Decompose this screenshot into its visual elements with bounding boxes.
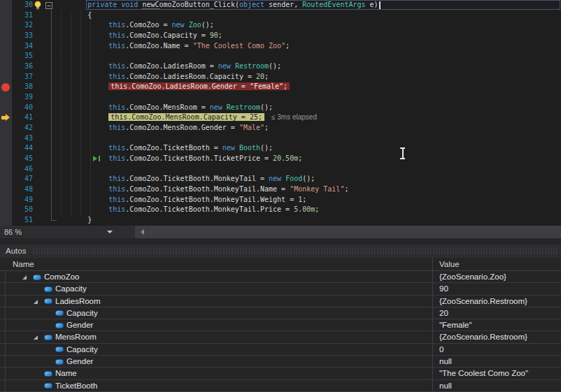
code-line-34[interactable]: 34 this.ComoZoo.Name = "The Coolest Como… — [0, 41, 561, 52]
fold-collapse-box[interactable]: − — [44, 0, 62, 10]
collapse-minus-icon[interactable]: − — [45, 2, 52, 9]
variable-name[interactable]: ComoZoo — [44, 271, 80, 283]
code-text[interactable]: this.ComoZoo.LadiesRoom.Gender = "Female… — [62, 82, 561, 92]
glyph-margin-cell[interactable] — [0, 20, 12, 31]
glyph-margin-cell[interactable] — [0, 123, 12, 133]
breakpoint-icon[interactable] — [0, 82, 12, 92]
code-line-49[interactable]: 49 this.ComoZoo.TicketBooth.MonkeyTail.W… — [0, 195, 561, 205]
autos-row-capacity[interactable]: Capacity0 — [0, 344, 561, 356]
glyph-margin-cell[interactable] — [0, 31, 12, 41]
code-line-35[interactable]: 35 — [0, 51, 561, 61]
line-number[interactable]: 38 — [12, 82, 33, 92]
line-number[interactable]: 40 — [12, 103, 33, 113]
glyph-margin-cell[interactable] — [0, 0, 12, 10]
line-number[interactable]: 34 — [12, 41, 33, 52]
code-line-41[interactable]: 41 this.ComoZoo.MensRoom.Capacity = 25;≤… — [0, 112, 561, 123]
lightbulb-icon[interactable] — [33, 0, 44, 10]
variable-value[interactable]: {ZooScenario.Zoo} — [439, 271, 506, 283]
line-number[interactable]: 48 — [12, 184, 33, 195]
glyph-margin-cell[interactable] — [0, 184, 12, 195]
variable-value[interactable]: null — [439, 356, 452, 368]
code-line-38[interactable]: 38 this.ComoZoo.LadiesRoom.Gender = "Fem… — [0, 82, 561, 92]
glyph-margin-cell[interactable] — [0, 10, 12, 21]
autos-row-capacity[interactable]: Capacity20 — [0, 307, 561, 319]
line-number[interactable]: 42 — [12, 123, 33, 133]
line-number[interactable]: 50 — [12, 205, 33, 215]
variable-value[interactable]: 20 — [439, 307, 448, 319]
variable-name[interactable]: MensRoom — [55, 331, 97, 343]
line-number[interactable]: 31 — [12, 10, 33, 21]
code-text[interactable]: this.ComoZoo.TicketBooth = new Booth(); — [62, 143, 561, 154]
code-line-39[interactable]: 39 — [0, 92, 561, 103]
glyph-margin-cell[interactable] — [0, 41, 12, 52]
variable-value[interactable]: "The Coolest Como Zoo" — [439, 368, 528, 379]
tree-expander-icon[interactable] — [22, 275, 27, 280]
variable-value[interactable]: {ZooScenario.Restroom} — [439, 296, 527, 307]
glyph-margin-cell[interactable] — [0, 61, 12, 72]
glyph-margin-cell[interactable] — [0, 143, 12, 154]
variable-name[interactable]: Capacity — [66, 307, 98, 319]
glyph-margin-cell[interactable] — [0, 195, 12, 205]
glyph-margin-cell[interactable] — [0, 215, 12, 226]
autos-row-comozoo[interactable]: ComoZoo{ZooScenario.Zoo} — [0, 271, 561, 283]
code-text[interactable]: { — [62, 10, 561, 21]
code-text[interactable]: this.ComoZoo.Capacity = 90; — [62, 31, 561, 41]
code-editor[interactable]: 30− private void newComoZooButton_Click(… — [0, 0, 561, 226]
variable-name[interactable]: Name — [55, 368, 77, 379]
autos-row-name[interactable]: Name"The Coolest Como Zoo" — [0, 368, 561, 379]
code-text[interactable]: this.ComoZoo.TicketBooth.MonkeyTail.Weig… — [62, 195, 561, 205]
variable-name[interactable]: LadiesRoom — [55, 296, 101, 307]
code-text[interactable] — [62, 51, 561, 61]
autos-row-gender[interactable]: Gender"Female" — [0, 319, 561, 331]
column-header-value[interactable]: Value — [439, 258, 460, 271]
horizontal-scrollbar[interactable] — [135, 226, 561, 238]
line-number[interactable]: 49 — [12, 195, 33, 205]
autos-row-capacity[interactable]: Capacity90 — [0, 283, 561, 295]
line-number[interactable]: 33 — [12, 31, 33, 41]
line-number[interactable]: 36 — [12, 61, 33, 72]
code-line-47[interactable]: 47 this.ComoZoo.TicketBooth.MonkeyTail =… — [0, 174, 561, 184]
code-line-50[interactable]: 50 this.ComoZoo.TicketBooth.MonkeyTail.P… — [0, 205, 561, 215]
line-number[interactable]: 43 — [12, 133, 33, 144]
code-line-36[interactable]: 36 this.ComoZoo.LadiesRoom = new Restroo… — [0, 61, 561, 72]
line-number[interactable]: 39 — [12, 92, 33, 103]
line-number[interactable]: 30 — [12, 0, 33, 10]
variable-value[interactable]: 0 — [439, 344, 443, 356]
code-text[interactable]: this.ComoZoo.LadiesRoom = new Restroom()… — [62, 61, 561, 72]
code-text[interactable] — [62, 133, 561, 144]
code-line-30[interactable]: 30− private void newComoZooButton_Click(… — [0, 0, 561, 10]
code-line-46[interactable]: 46 — [0, 164, 561, 175]
glyph-margin-cell[interactable] — [0, 51, 12, 61]
code-line-37[interactable]: 37 this.ComoZoo.LadiesRoom.Capacity = 20… — [0, 72, 561, 82]
tree-expander-icon[interactable] — [34, 335, 38, 340]
variable-name[interactable]: TicketBooth — [55, 380, 97, 392]
variable-value[interactable]: 90 — [439, 283, 448, 295]
code-text[interactable]: this.ComoZoo = new Zoo(); — [62, 20, 561, 31]
line-number[interactable]: 35 — [12, 51, 33, 61]
code-line-31[interactable]: 31 { — [0, 10, 561, 21]
autos-row-gender[interactable]: Gendernull — [0, 356, 561, 368]
line-number[interactable]: 45 — [12, 154, 33, 164]
code-line-48[interactable]: 48 this.ComoZoo.TicketBooth.MonkeyTail.N… — [0, 184, 561, 195]
variable-value[interactable]: {ZooScenario.Restroom} — [439, 331, 527, 343]
code-line-51[interactable]: 51 } — [0, 215, 561, 226]
run-to-cursor-icon[interactable] — [93, 156, 101, 163]
glyph-margin-cell[interactable] — [0, 92, 12, 103]
code-text[interactable]: this.ComoZoo.TicketBooth.MonkeyTail.Pric… — [62, 205, 561, 215]
variable-value[interactable]: "Female" — [439, 319, 472, 331]
line-number[interactable]: 41 — [12, 112, 33, 123]
code-text[interactable]: } — [62, 215, 561, 226]
code-line-42[interactable]: 42 this.ComoZoo.MensRoom.Gender = "Male"… — [0, 123, 561, 133]
code-text[interactable]: this.ComoZoo.MensRoom = new Restroom(); — [62, 103, 561, 113]
glyph-margin-cell[interactable] — [0, 205, 12, 215]
line-number[interactable]: 47 — [12, 174, 33, 184]
glyph-margin-cell[interactable] — [0, 72, 12, 82]
column-header-name[interactable]: Name — [13, 258, 34, 271]
code-line-43[interactable]: 43 — [0, 133, 561, 144]
code-text[interactable]: this.ComoZoo.Name = "The Coolest Como Zo… — [62, 41, 561, 52]
glyph-margin-cell[interactable] — [0, 164, 12, 175]
code-text[interactable]: this.ComoZoo.TicketBooth.MonkeyTail = ne… — [62, 174, 561, 184]
code-text[interactable]: private void newComoZooButton_Click(obje… — [62, 0, 561, 10]
line-number[interactable]: 46 — [12, 164, 33, 175]
current-statement-arrow-icon[interactable] — [0, 112, 12, 123]
